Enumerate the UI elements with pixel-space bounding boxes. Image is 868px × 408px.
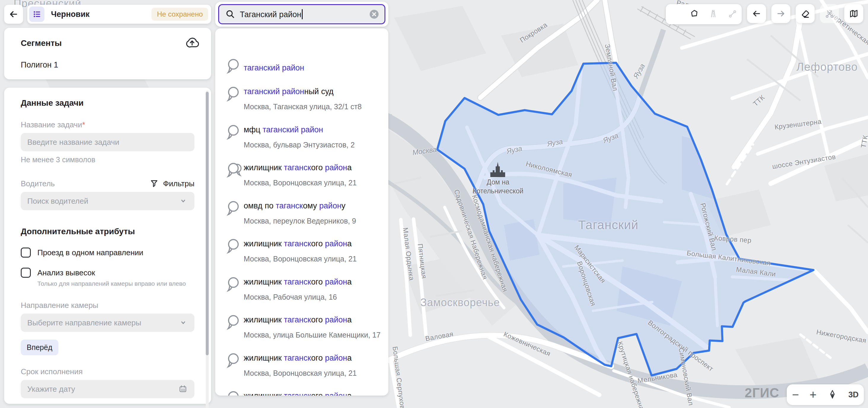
- suggestion-title: жилищник таганского района: [244, 315, 351, 325]
- road-lanes-icon: [708, 9, 718, 19]
- select-tool-button[interactable]: [666, 4, 685, 23]
- form-scrollbar-track: [206, 91, 209, 408]
- place-icon: [226, 86, 243, 104]
- suggestion-title: мфц таганский район: [244, 125, 323, 134]
- place-icon: [226, 124, 243, 142]
- due-date-label: Срок исполнения: [21, 367, 194, 376]
- redo-button[interactable]: [771, 4, 790, 23]
- clear-search-button[interactable]: [369, 9, 380, 20]
- document-header: Черновик Не сохранено: [27, 5, 211, 24]
- suggestion-title: жилищник таганского района: [244, 353, 351, 363]
- task-form-panel: Данные задачи Название задачи* Введите н…: [4, 88, 211, 404]
- segment-line-icon: [727, 9, 737, 19]
- checkbox-icon: [21, 247, 31, 258]
- suggestion-subtitle: Москва, бульвар Энтузиастов, 2: [244, 141, 354, 149]
- search-input[interactable]: Таганский район: [218, 4, 385, 24]
- map-layers-button[interactable]: [844, 4, 863, 23]
- place-multi-icon: [226, 162, 243, 180]
- segment-item-polygon-1[interactable]: Полигон 1: [21, 60, 58, 70]
- due-date-input[interactable]: Укажите дату: [21, 380, 194, 398]
- suggestion-item[interactable]: жилищник таганского района Москва, Ворон…: [215, 239, 389, 268]
- zoom-in-button[interactable]: +: [810, 389, 816, 401]
- suggestion-title: жилищник таганского района: [244, 277, 351, 286]
- suggestion-item[interactable]: жилищник таганского района Москва, Ворон…: [215, 353, 389, 382]
- eraser-button[interactable]: [796, 4, 815, 23]
- suggestion-item[interactable]: таганский районный суд Москва, Таганская…: [215, 87, 389, 115]
- suggestion-item[interactable]: жилищник таганского района Москва, Рабоч…: [215, 277, 389, 306]
- arrow-left-icon: [9, 9, 19, 19]
- segments-title: Сегменты: [21, 38, 62, 48]
- suggestion-title: жилищник таганского района: [244, 163, 351, 172]
- driver-select[interactable]: Поиск водителей: [21, 192, 194, 210]
- status-badge: Не сохранено: [152, 8, 208, 21]
- suggestion-subtitle: Москва, Таганская улица, 32/1 ст8: [244, 102, 362, 111]
- polygon-tool-button[interactable]: [685, 4, 704, 23]
- segment-tool-button[interactable]: [723, 4, 742, 23]
- camera-direction-label: Направление камеры: [21, 301, 194, 310]
- search-icon: [225, 9, 236, 20]
- scissors-icon: [825, 9, 835, 19]
- draw-tools-group: [666, 4, 742, 24]
- back-button[interactable]: [4, 5, 23, 24]
- place-icon: [226, 58, 243, 76]
- suggestion-subtitle: Москва, Воронцовская улица, 21: [244, 254, 356, 263]
- cloud-upload-icon: [185, 36, 199, 49]
- driver-label: Водитель: [21, 179, 149, 188]
- task-name-label: Название задачи*: [21, 120, 194, 129]
- suggestion-subtitle: Москва, Воронцовская улица, 21: [244, 178, 356, 187]
- suggestion-title: жилищник таганского района: [244, 239, 351, 248]
- suggestion-item[interactable]: жилищник таганского района Москва, Маркс…: [215, 392, 389, 396]
- suggestion-title: таганский районный суд: [244, 87, 334, 96]
- zoom-out-button[interactable]: −: [792, 389, 799, 401]
- suggestion-item[interactable]: мфц таганский район Москва, бульвар Энту…: [215, 125, 389, 154]
- suggestion-subtitle: Москва, Рабочая улица, 16: [244, 293, 337, 301]
- task-list-button[interactable]: [29, 6, 44, 22]
- eraser-icon: [800, 9, 810, 19]
- task-name-hint: Не менее 3 символов: [21, 156, 194, 164]
- suggestion-title: таганский район: [244, 63, 304, 72]
- place-icon: [226, 200, 243, 218]
- required-asterisk: *: [82, 120, 85, 129]
- one-way-checkbox[interactable]: Проезд в одном направлении: [21, 247, 194, 258]
- suggestion-item[interactable]: жилищник таганского района Москва, Ворон…: [215, 163, 389, 192]
- suggestion-item[interactable]: жилищник таганского района Москва, улица…: [215, 315, 389, 344]
- suggestion-subtitle: Москва, улица Большие Каменщики, 17: [244, 331, 381, 339]
- suggestion-subtitle: Москва, переулок Ведерников, 9: [244, 217, 356, 225]
- scissors-button[interactable]: [820, 4, 839, 23]
- place-icon: [226, 390, 243, 396]
- suggestion-title: жилищник таганского района: [244, 392, 351, 396]
- upload-segments-button[interactable]: [185, 36, 199, 50]
- task-name-input[interactable]: Введите название задачи: [21, 133, 194, 151]
- segments-panel: Сегменты Полигон 1: [4, 28, 211, 79]
- suggestion-item[interactable]: омвд по таганскому району Москва, переул…: [215, 201, 389, 230]
- suggestion-item[interactable]: таганский район: [215, 59, 389, 88]
- map-controls: − + 3D: [787, 384, 864, 405]
- list-icon: [32, 9, 42, 19]
- filters-button[interactable]: Фильтры: [149, 179, 194, 188]
- checkbox-icon: [21, 268, 31, 278]
- compass-button[interactable]: [827, 389, 838, 400]
- map-toolbar: [666, 4, 863, 24]
- camera-direction-select[interactable]: Выберите направление камеры: [21, 313, 194, 332]
- arrow-left-icon: [751, 9, 762, 19]
- direction-chip-forward[interactable]: Вперёд: [21, 340, 58, 355]
- road-tool-button[interactable]: [704, 4, 723, 23]
- signage-analysis-checkbox[interactable]: Анализ вывесок: [21, 268, 194, 278]
- arrow-right-icon: [776, 9, 786, 19]
- text-caret: [302, 9, 303, 19]
- chevron-down-icon: [179, 318, 188, 328]
- form-scrollbar-thumb[interactable]: [206, 92, 209, 355]
- search-query: Таганский район: [240, 9, 369, 19]
- filter-funnel-icon: [149, 179, 159, 188]
- signage-note: Только для направлений камеры вправо или…: [37, 280, 194, 287]
- search-suggestions: таганский район таганский районный суд М…: [215, 28, 389, 396]
- undo-button[interactable]: [747, 4, 766, 23]
- page-title: Черновик: [51, 10, 152, 19]
- compass-icon: [827, 389, 838, 400]
- place-icon: [226, 238, 243, 257]
- place-icon: [226, 276, 243, 295]
- chevron-down-icon: [179, 196, 188, 206]
- 3d-toggle-button[interactable]: 3D: [848, 390, 859, 399]
- search-panel: Таганский район: [215, 2, 389, 27]
- polygon-icon: [689, 9, 699, 19]
